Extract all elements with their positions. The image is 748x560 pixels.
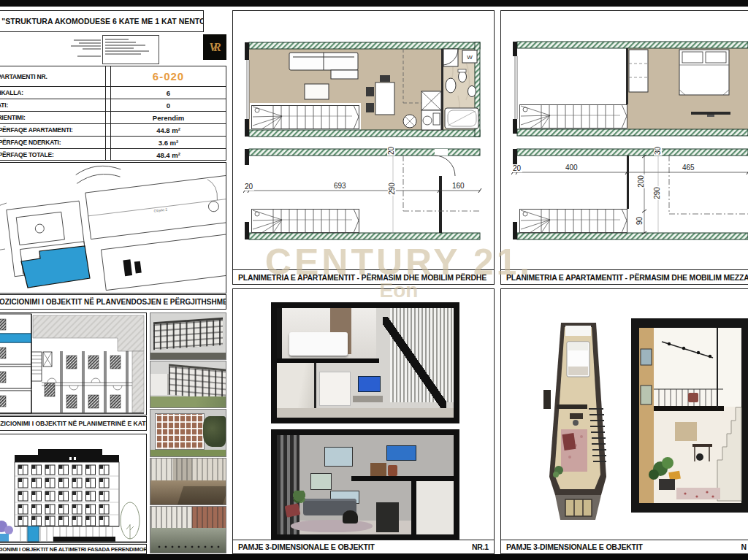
- tv-screen: [358, 376, 381, 392]
- fine-print-line: [105, 53, 141, 55]
- coffee-table: [343, 510, 359, 523]
- dim-stair-depth: 90: [636, 216, 644, 226]
- elevation-panel: [0, 434, 147, 543]
- groundfloor-dimension-plan: 20 693 160 290 20: [243, 147, 484, 249]
- photo-building: [150, 374, 169, 395]
- desk-chair: [388, 465, 397, 476]
- washer-label: W: [467, 54, 473, 61]
- architectural-sheet: "STRUKTURA AKOMODUESE 6 KATE ME 1 KAT NE…: [0, 0, 748, 560]
- groundfloor-caption: PLANIMETRIA E APARTAMENTIT - PËRMASIM DH…: [233, 269, 494, 284]
- mezzanine-furnished-drawing: [511, 40, 748, 142]
- photo-buildings: [150, 459, 226, 480]
- dim-wall-top: 20: [387, 146, 395, 156]
- rug: [291, 520, 372, 533]
- key-floorplan-caption-text: POZICIONIMI I OBJEKTIT NË PLANIMETRINË E…: [0, 420, 147, 427]
- bench: [353, 396, 383, 402]
- dim-wall-left: 20: [511, 164, 522, 172]
- photo-building: [155, 413, 205, 450]
- building-photo-4: [150, 458, 226, 505]
- row-value: 3.6 m²: [110, 137, 226, 148]
- desk: [370, 463, 386, 476]
- render-scene: [277, 308, 454, 418]
- kitchen-block: [376, 502, 399, 532]
- row-label: SIPËRFAQE NDERKATI:: [0, 137, 106, 148]
- window-wall: [277, 435, 299, 534]
- mezzanine-caption-text: PLANIMETRIA E APARTAMENTIT - PËRMASIM DH…: [506, 273, 748, 282]
- row-label: APARTAMENTI NR.: [0, 66, 106, 86]
- company-info-block-2: [102, 35, 159, 64]
- groundfloor-plan-panel: W: [232, 10, 495, 285]
- bed: [289, 332, 348, 356]
- building-photo-strip: [150, 312, 226, 554]
- wall-art: [310, 473, 332, 491]
- render-panel-center: PAMJE 3-DIMENSIONALE E OBJEKTIT NR.1: [232, 288, 495, 554]
- mezzanine-plan-panel: 20 400 465 200 90 290 30 PLANIMETRIA E A…: [500, 10, 748, 285]
- fine-print-line: [105, 50, 149, 52]
- sheet-title-text: "STRUKTURA AKOMODUESE 6 KATE ME 1 KAT NE…: [1, 17, 204, 26]
- table-row: ORIENTIMI: Perendim: [0, 112, 226, 124]
- photo-lawn: [150, 396, 226, 407]
- render-section-top: [271, 302, 459, 423]
- render-caption-right: PAMJE 3-DIMENSIONALE E OBJEKTIT N: [501, 540, 748, 553]
- row-value: 48.4 m²: [110, 149, 226, 161]
- building-photo-3: [150, 409, 226, 456]
- key-floor-plan-drawing: [0, 313, 146, 415]
- highlighted-unit: [0, 334, 31, 342]
- agency-logo: VR: [203, 34, 226, 60]
- photo-people: [156, 545, 220, 551]
- groundfloor-furnished-drawing: W: [243, 30, 484, 143]
- fine-print-line: [105, 45, 145, 46]
- render-number: NR.1: [472, 542, 489, 551]
- dim-wall-top: 30: [654, 146, 662, 156]
- groundfloor-caption-text: PLANIMETRIA E APARTAMENTIT - PËRMASIM DH…: [238, 273, 486, 282]
- siteplan-caption: POZICIONIMI I OBJEKTIT NË PLANVENDOSJEN …: [0, 294, 226, 310]
- wall-edge: [277, 308, 282, 360]
- fine-print-line: [71, 45, 101, 47]
- mezzanine-furnished-plan: [511, 40, 748, 142]
- wall-divider: [411, 481, 416, 534]
- sheet-title: "STRUKTURA AKOMODUESE 6 KATE ME 1 KAT NE…: [0, 10, 204, 32]
- row-value: 0: [110, 99, 226, 111]
- kitchen-unit: [319, 372, 351, 406]
- apartment-info-table: APARTAMENTI NR. 6-020 SHKALLA: 6 KATI: 0…: [0, 66, 226, 161]
- dim-height: 290: [388, 182, 396, 196]
- render-axonometric: [539, 320, 619, 524]
- table-row: SIPËRFAQE NDERKATI: 3.6 m²: [0, 137, 226, 149]
- site-plan-drawing: Objekt 1 Objekt 2: [0, 163, 226, 293]
- fine-print-line: [105, 42, 136, 43]
- dim-void-width: 400: [564, 164, 579, 172]
- dim-room-depth: 200: [637, 174, 645, 188]
- siteplan-caption-text: POZICIONIMI I OBJEKTIT NË PLANVENDOSJEN …: [0, 298, 226, 306]
- render-scene: [277, 435, 454, 534]
- wall-art: [324, 447, 352, 466]
- table-row: SHKALLA: 6: [0, 87, 226, 99]
- dim-entry: 160: [451, 182, 466, 190]
- row-label: KATI:: [0, 99, 106, 111]
- photo-hedge: [150, 353, 226, 359]
- render-caption-text: PAMJE 3-DIMENSIONALE E OBJEKTIT: [238, 542, 375, 551]
- building-photo-2: [150, 361, 226, 408]
- fine-print-line: [79, 42, 101, 44]
- photo-grass: [150, 450, 226, 456]
- table-row: SIPËRFAQE APARTAMENTI: 44.8 m²: [0, 124, 226, 137]
- building-photo-1: [150, 312, 226, 360]
- photo-building: [153, 318, 223, 350]
- row-label: ORIENTIMI:: [0, 112, 106, 123]
- dim-bedroom-width: 465: [681, 164, 696, 172]
- elevation-caption: POZICIONIMI I OBJEKTIT NË ALTIMETRI FASA…: [0, 544, 147, 554]
- tv-screen: [386, 445, 416, 461]
- row-value: 44.8 m²: [110, 124, 226, 136]
- floor: [277, 408, 454, 418]
- groundfloor-dimension-drawing: [243, 147, 484, 249]
- sheet-bottom-border: [0, 554, 748, 560]
- row-label: SIPËRFAQE APARTAMENTI:: [0, 124, 106, 136]
- apartment-number-value: 6-020: [110, 66, 226, 86]
- company-info-block-1: [67, 38, 101, 63]
- fine-print-line: [105, 39, 129, 40]
- render-vertical-section: [631, 318, 748, 513]
- render-living-room: [271, 429, 459, 540]
- render-panel-right: PAMJE 3-DIMENSIONALE E OBJEKTIT N: [500, 288, 748, 554]
- row-label: SIPËRFAQE TOTALE:: [0, 149, 106, 161]
- staircase: [383, 317, 446, 409]
- table-row: KATI: 0: [0, 99, 226, 112]
